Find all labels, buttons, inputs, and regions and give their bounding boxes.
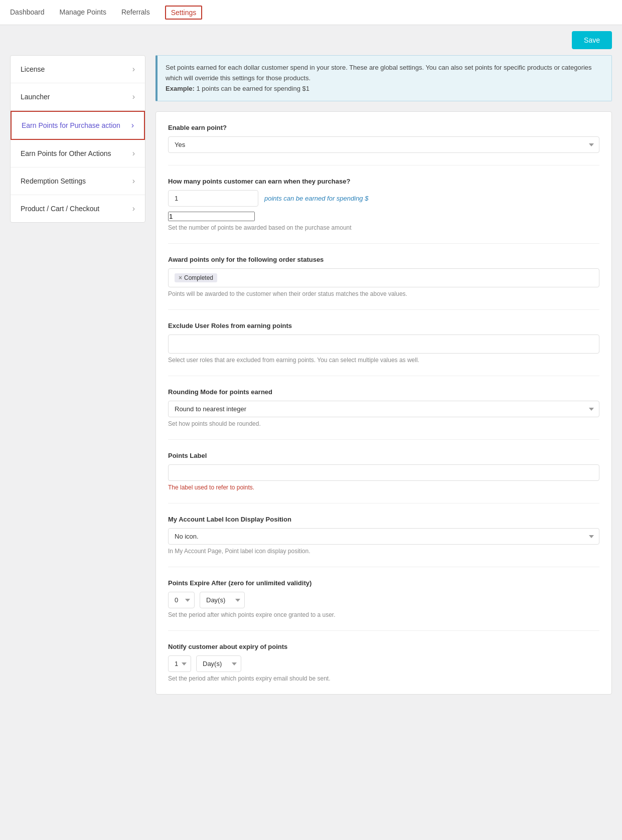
nav-manage-points[interactable]: Manage Points [60,1,106,24]
sidebar-item-label: Product / Cart / Checkout [21,205,99,213]
points-label-hint: The label used to refer to points. [168,484,599,491]
sidebar-item-label: License [21,65,45,73]
form-group-enable-earn: Enable earn point? Yes No [168,124,599,165]
sidebar-item-cart-checkout[interactable]: Product / Cart / Checkout › [11,195,145,222]
info-box: Set points earned for each dollar custom… [156,55,612,101]
notify-expiry-period-select[interactable]: Day(s) Week(s) Month(s) Year(s) [196,655,241,672]
points-label-label: Points Label [168,452,599,459]
form-group-points-label: Points Label points The label used to re… [168,452,599,503]
notify-expiry-hint: Set the period after which points expiry… [168,675,599,682]
chevron-right-icon: › [132,65,135,74]
tag-remove-icon[interactable]: × [179,274,182,281]
main-content: Set points earned for each dollar custom… [156,55,612,695]
sidebar-item-label: Earn Points for Other Actions [21,149,111,157]
notify-expiry-row: 1 2 3 5 7 Day(s) Week(s) Month(s) Year(s… [168,655,599,672]
chevron-right-icon: › [132,177,135,186]
account-icon-hint: In My Account Page, Point label icon dis… [168,548,599,555]
top-navigation: Dashboard Manage Points Referrals Settin… [0,0,622,25]
enable-earn-label: Enable earn point? [168,124,599,131]
top-bar: Save [0,25,622,55]
sidebar-item-earn-purchase[interactable]: Earn Points for Purchase action › [11,111,145,140]
points-expire-hint: Set the period after which points expire… [168,611,599,618]
points-expire-label: Points Expire After (zero for unlimited … [168,579,599,587]
order-statuses-input[interactable]: × Completed [168,268,599,287]
info-main-text: Set points earned for each dollar custom… [166,64,592,82]
earn-points-hint: Set the number of points be awarded base… [168,224,599,231]
account-icon-select[interactable]: No icon. Before label After label [168,528,599,545]
chevron-right-icon: › [132,92,135,101]
status-tag-completed: × Completed [175,273,217,282]
sidebar-item-license[interactable]: License › [11,56,145,83]
settings-card: Enable earn point? Yes No How many point… [156,111,612,695]
tag-label: Completed [184,274,213,281]
nav-referrals[interactable]: Referrals [121,1,150,24]
points-earn-text: points can be earned for spending $ [264,195,368,202]
page-container: Save License › Launcher › Earn Points fo… [0,25,622,705]
chevron-right-icon: › [132,149,135,158]
form-group-exclude-roles: Exclude User Roles from earning points S… [168,322,599,376]
points-label-input[interactable]: points [168,464,599,481]
points-expire-period-select[interactable]: Day(s) Week(s) Month(s) Year(s) [200,592,245,608]
sidebar-item-redemption[interactable]: Redemption Settings › [11,167,145,195]
notify-expiry-label: Notify customer about expiry of points [168,643,599,650]
order-statuses-label: Award points only for the following orde… [168,256,599,263]
form-group-rounding: Rounding Mode for points earned Round to… [168,388,599,440]
notify-expiry-value-select[interactable]: 1 2 3 5 7 [168,655,191,672]
example-label: Example: [166,85,195,92]
sidebar-item-label: Redemption Settings [21,177,86,185]
order-statuses-hint: Points will be awarded to the customer w… [168,290,599,297]
form-group-account-icon: My Account Label Icon Display Position N… [168,516,599,567]
nav-dashboard[interactable]: Dashboard [10,1,45,24]
content-layout: License › Launcher › Earn Points for Pur… [0,55,622,705]
form-group-notify-expiry: Notify customer about expiry of points 1… [168,643,599,682]
points-earn-row: points can be earned for spending $ [168,190,599,207]
rounding-select[interactable]: Round to nearest integer Round up Round … [168,401,599,417]
exclude-roles-label: Exclude User Roles from earning points [168,322,599,329]
form-group-points-expire: Points Expire After (zero for unlimited … [168,579,599,631]
rounding-hint: Set how points should be rounded. [168,420,599,427]
spend-amount-input[interactable] [168,212,255,221]
chevron-right-icon: › [132,204,135,213]
earn-points-label: How many points customer can earn when t… [168,178,599,185]
sidebar-item-launcher[interactable]: Launcher › [11,83,145,111]
form-group-order-statuses: Award points only for the following orde… [168,256,599,310]
exclude-roles-hint: Select user roles that are excluded from… [168,357,599,364]
sidebar: License › Launcher › Earn Points for Pur… [10,55,145,223]
form-group-earn-points: How many points customer can earn when t… [168,178,599,244]
sidebar-item-earn-other[interactable]: Earn Points for Other Actions › [11,140,145,167]
account-icon-label: My Account Label Icon Display Position [168,516,599,523]
example-text: 1 points can be earned for spending $1 [196,85,309,92]
sidebar-item-label: Earn Points for Purchase action [22,121,120,129]
sidebar-item-label: Launcher [21,93,50,101]
points-expire-row: 0 1 2 3 5 7 10 30 Day(s) Week(s) M [168,592,599,608]
points-expire-value-select[interactable]: 0 1 2 3 5 7 10 30 [168,592,195,608]
nav-settings[interactable]: Settings [165,6,203,20]
rounding-label: Rounding Mode for points earned [168,388,599,396]
exclude-roles-input[interactable] [168,334,599,354]
chevron-right-icon: › [131,121,134,130]
save-button[interactable]: Save [572,31,612,49]
enable-earn-select[interactable]: Yes No [168,136,599,153]
points-amount-input[interactable] [168,190,258,207]
